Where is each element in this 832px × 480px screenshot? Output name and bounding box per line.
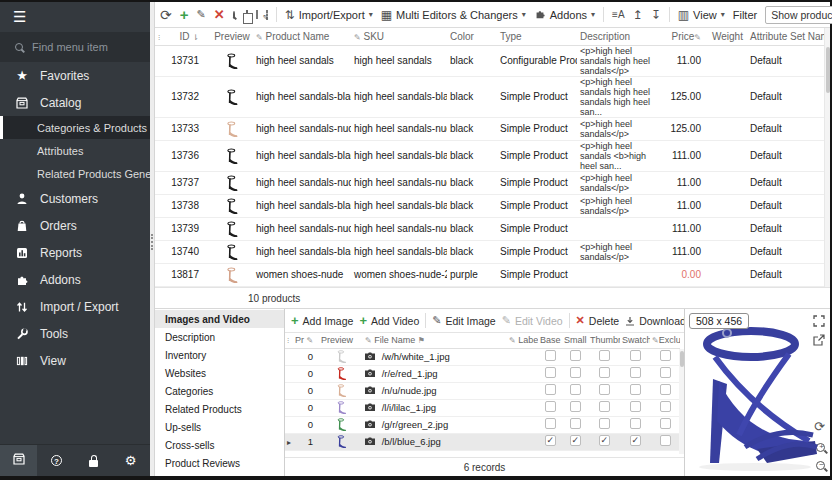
- copy-button[interactable]: [246, 10, 248, 19]
- checker-button[interactable]: [256, 10, 258, 19]
- product-row[interactable]: ▸ 13736 high heel sandals-black-36 high …: [155, 140, 824, 171]
- details-tab[interactable]: Product Reviews: [155, 454, 284, 472]
- details-tab[interactable]: Description: [155, 328, 284, 346]
- thumbnail-checkbox[interactable]: [599, 367, 610, 378]
- image-row[interactable]: ▸ 0 /l/i/lilac_1.jpg: [285, 399, 680, 416]
- image-row[interactable]: ▸ 1 /b/l/blue_6.jpg: [285, 433, 680, 450]
- thumbnail-checkbox[interactable]: [599, 418, 610, 429]
- details-tab[interactable]: Websites: [155, 364, 284, 382]
- product-row[interactable]: ▸ 13733 high heel sandals-nude high heel…: [155, 117, 824, 140]
- thumbnail-checkbox[interactable]: [599, 401, 610, 412]
- import-export-menu[interactable]: ⇅ Import/Export ▾: [285, 9, 373, 21]
- column-header-product-name[interactable]: ✎ Product Name: [253, 28, 351, 45]
- column-header-description[interactable]: Description: [577, 28, 661, 45]
- product-row[interactable]: ▸ 13739 high heel sandals-nude-37 high h…: [155, 217, 824, 240]
- add-product-button[interactable]: +: [180, 6, 189, 23]
- sidebar-item-import-export[interactable]: Import / Export: [0, 293, 150, 320]
- column-header-attribute-set[interactable]: Attribute Set Name: [747, 28, 824, 45]
- column-header-weight[interactable]: Weight: [709, 28, 747, 45]
- thumbnail-checkbox[interactable]: [599, 384, 610, 395]
- sidebar-item-favorites[interactable]: ★ Favorites: [0, 62, 150, 89]
- product-row[interactable]: ▸ 13931 new High Heels Sandals High Geel…: [155, 286, 824, 288]
- details-tab[interactable]: Cross-sells: [155, 436, 284, 454]
- settings-button[interactable]: ⚙: [112, 445, 149, 476]
- sidebar-item-view[interactable]: View: [0, 347, 150, 374]
- product-row[interactable]: ▸ 13731 high heel sandals high heel sand…: [155, 45, 824, 76]
- move-row-down-button[interactable]: ↧: [651, 9, 661, 21]
- column-header-base[interactable]: Base: [538, 333, 562, 348]
- column-header-preview[interactable]: Preview: [211, 28, 253, 45]
- filter-select[interactable]: Show products from selected categories ▾: [765, 6, 832, 24]
- column-header-color[interactable]: Color: [447, 28, 497, 45]
- image-row[interactable]: ▸ 0 /w/h/white_1.jpg: [285, 348, 680, 365]
- product-row[interactable]: ▸ 13740 high heel sandals-black-38 high …: [155, 240, 824, 263]
- sidebar-item-reports[interactable]: Reports: [0, 239, 150, 266]
- scrollbar-thumb[interactable]: [680, 351, 684, 367]
- small-checkbox[interactable]: [570, 367, 581, 378]
- edit-video-button[interactable]: ✎Edit Video: [502, 314, 563, 327]
- delete-image-button[interactable]: ✕Delete: [576, 314, 620, 327]
- store-manager-button[interactable]: [0, 445, 37, 476]
- sidebar-item-customers[interactable]: Customers: [0, 185, 150, 212]
- base-checkbox[interactable]: [545, 418, 556, 429]
- addons-menu[interactable]: Addons ▾: [534, 8, 595, 22]
- font-settings-button[interactable]: ≡A: [612, 10, 625, 20]
- images-scrollbar[interactable]: [679, 349, 684, 454]
- download-image-button[interactable]: Download Image: [625, 315, 684, 327]
- edit-in-popup-button[interactable]: [266, 10, 268, 20]
- add-image-button[interactable]: +Add Image: [291, 313, 353, 328]
- details-tab[interactable]: Inventory: [155, 346, 284, 364]
- thumbnail-checkbox[interactable]: [599, 435, 610, 446]
- exclude-checkbox[interactable]: [660, 418, 671, 429]
- edit-image-button[interactable]: ✎Edit Image: [432, 314, 495, 327]
- details-tab[interactable]: Up-sells: [155, 418, 284, 436]
- swatch-checkbox[interactable]: [630, 401, 641, 412]
- product-row[interactable]: ▸ 13732 high heel sandals-black high hee…: [155, 76, 824, 117]
- scrollbar-thumb[interactable]: [826, 47, 830, 93]
- sidebar-item-categories-products[interactable]: Categories & Products: [0, 116, 150, 139]
- image-row[interactable]: ▸ 0 /g/r/green_2.jpg: [285, 416, 680, 433]
- thumbnail-checkbox[interactable]: [599, 350, 610, 361]
- column-header-swatch[interactable]: Swatch: [620, 333, 650, 348]
- sidebar-item-orders[interactable]: Orders: [0, 212, 150, 239]
- product-row[interactable]: ▸ 13738 high heel sandals-black-37 high …: [155, 194, 824, 217]
- multi-editors-menu[interactable]: ▦ Multi Editors & Changers ▾: [381, 9, 526, 21]
- search-button[interactable]: [233, 11, 235, 19]
- view-menu[interactable]: ▥ View ▾: [678, 9, 725, 21]
- column-header-file-name[interactable]: ✎ File Name ⚑: [363, 333, 495, 348]
- swatch-checkbox[interactable]: [630, 384, 641, 395]
- delete-product-button[interactable]: ✕: [214, 7, 225, 22]
- column-header-id[interactable]: ID ⇂: [163, 28, 211, 45]
- move-row-up-button[interactable]: ↥: [633, 9, 643, 21]
- sidebar-item-catalog[interactable]: Catalog: [0, 89, 150, 116]
- column-header-sku[interactable]: ✎ SKU: [351, 28, 447, 45]
- column-header-preview[interactable]: Preview: [319, 333, 363, 348]
- help-button[interactable]: ?: [38, 445, 75, 476]
- sidebar-item-tools[interactable]: Tools: [0, 320, 150, 347]
- column-header-label[interactable]: ✎ Label: [507, 333, 538, 348]
- details-tab[interactable]: Images and Video: [155, 310, 284, 328]
- exclude-checkbox[interactable]: [660, 384, 671, 395]
- column-header-thumbnail[interactable]: Thumbna: [588, 333, 620, 348]
- sidebar-item-related-products-generator[interactable]: Related Products Generator: [0, 162, 150, 185]
- exclude-checkbox[interactable]: [660, 367, 671, 378]
- exclude-checkbox[interactable]: [660, 350, 671, 361]
- small-checkbox[interactable]: [570, 401, 581, 412]
- sidebar-item-attributes[interactable]: Attributes: [0, 139, 150, 162]
- details-tab[interactable]: Categories: [155, 382, 284, 400]
- swatch-checkbox[interactable]: [630, 418, 641, 429]
- image-row[interactable]: ▸ 0 /r/e/red_1.jpg: [285, 365, 680, 382]
- small-checkbox[interactable]: [570, 435, 581, 446]
- base-checkbox[interactable]: [545, 367, 556, 378]
- image-row[interactable]: ▸ 0 /n/u/nude.jpg: [285, 382, 680, 399]
- swatch-checkbox[interactable]: [630, 367, 641, 378]
- small-checkbox[interactable]: [570, 384, 581, 395]
- swatch-checkbox[interactable]: [630, 435, 641, 446]
- edit-product-button[interactable]: ✎: [197, 8, 206, 21]
- base-checkbox[interactable]: [545, 435, 556, 446]
- product-row[interactable]: ▸ 13817 women shoes-nude women shoes-nud…: [155, 263, 824, 286]
- small-checkbox[interactable]: [570, 350, 581, 361]
- hamburger-menu-button[interactable]: ☰: [0, 2, 150, 32]
- exclude-checkbox[interactable]: [660, 401, 671, 412]
- sidebar-search[interactable]: Find menu item: [0, 32, 150, 62]
